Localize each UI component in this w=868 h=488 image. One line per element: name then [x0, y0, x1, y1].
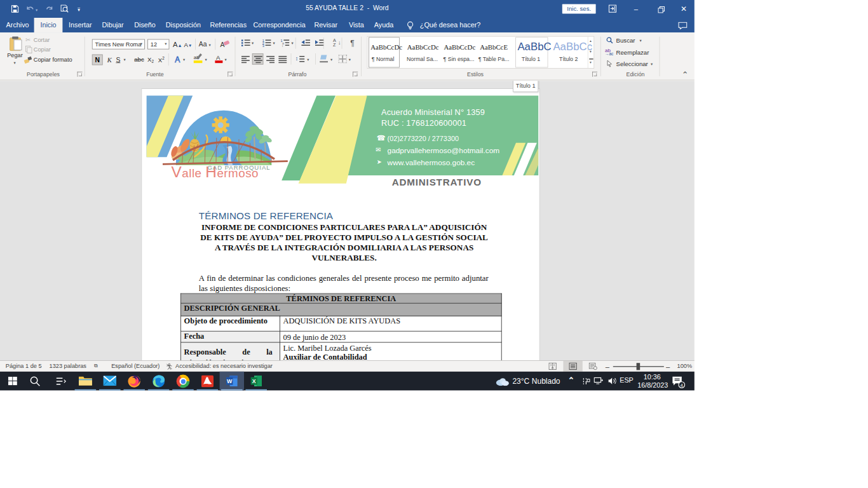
svg-text:X: X: [252, 378, 256, 384]
svg-text:W: W: [227, 378, 233, 384]
svg-text:4: 4: [681, 383, 683, 388]
